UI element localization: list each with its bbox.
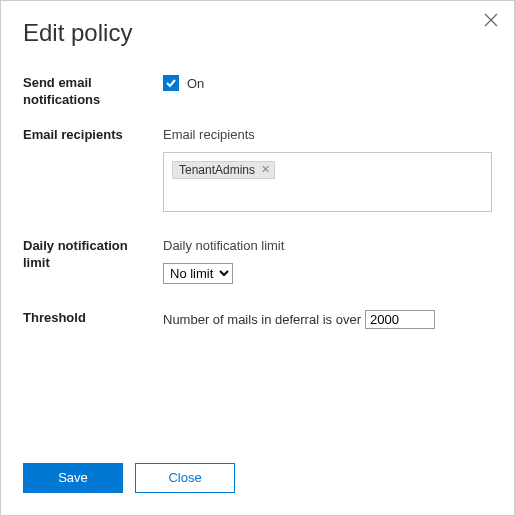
threshold-label: Threshold — [23, 310, 163, 329]
threshold-prefix: Number of mails in deferral is over — [163, 312, 361, 327]
close-button[interactable]: Close — [135, 463, 235, 493]
send-email-state: On — [187, 76, 204, 91]
save-button[interactable]: Save — [23, 463, 123, 493]
recipients-sublabel: Email recipients — [163, 127, 492, 142]
daily-limit-label: Daily notification limit — [23, 238, 163, 284]
recipient-tag: TenantAdmins ✕ — [172, 161, 275, 179]
recipients-label: Email recipients — [23, 127, 163, 212]
daily-limit-sublabel: Daily notification limit — [163, 238, 492, 253]
dialog-button-bar: Save Close — [23, 463, 235, 493]
recipients-input[interactable]: TenantAdmins ✕ — [163, 152, 492, 212]
remove-tag-icon[interactable]: ✕ — [261, 164, 270, 175]
daily-limit-select[interactable]: No limit — [163, 263, 233, 284]
send-email-label: Send email notifications — [23, 75, 163, 109]
edit-policy-dialog: Edit policy Send email notifications On … — [1, 1, 514, 373]
close-icon[interactable] — [484, 13, 500, 29]
recipient-tag-label: TenantAdmins — [179, 163, 255, 177]
dialog-title: Edit policy — [23, 19, 492, 47]
threshold-input[interactable] — [365, 310, 435, 329]
send-email-checkbox[interactable] — [163, 75, 179, 91]
